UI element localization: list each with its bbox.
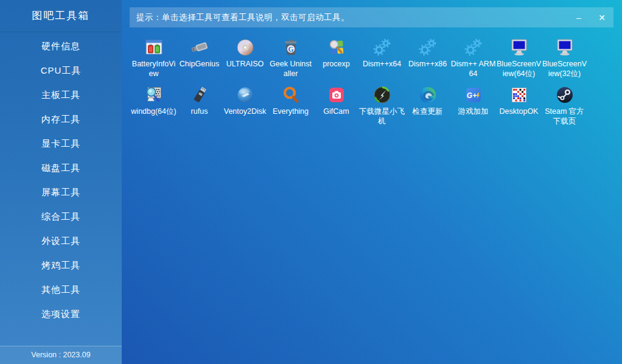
tool-label: rufus bbox=[176, 107, 222, 116]
desktop-grid-icon bbox=[509, 85, 529, 105]
svg-text:G+: G+ bbox=[466, 91, 476, 100]
sidebar-item-memory-tools[interactable]: 内存工具 bbox=[0, 107, 122, 131]
tool-item-bluescreenview-64[interactable]: BlueScreenView(64位) bbox=[496, 38, 542, 79]
battery-window-icon bbox=[144, 38, 164, 57]
tool-label: Dism++x86 bbox=[405, 59, 450, 69]
app-window: 图吧工具箱 硬件信息 CPU工具 主板工具 内存工具 显卡工具 磁盘工具 屏幕工… bbox=[0, 0, 622, 364]
tool-label: Steam 官方下载页 bbox=[542, 107, 587, 126]
sidebar-item-comprehensive-tools[interactable]: 综合工具 bbox=[0, 205, 122, 229]
tool-item-msi-afterburner-download[interactable]: 下载微星小飞机 bbox=[359, 85, 405, 126]
sidebar-item-gpu-tools[interactable]: 显卡工具 bbox=[0, 131, 122, 156]
edge-browser-icon bbox=[418, 85, 438, 105]
tool-item-ventoy2disk[interactable]: Ventoy2Disk bbox=[222, 85, 268, 126]
tool-label: 游戏加加 bbox=[450, 107, 496, 116]
cd-disc-icon bbox=[236, 38, 255, 57]
tool-label: ChipGenius bbox=[176, 59, 222, 69]
sidebar-item-peripheral-tools[interactable]: 外设工具 bbox=[0, 229, 122, 253]
tool-item-dism-arm64[interactable]: Dism++ ARM64 bbox=[450, 38, 496, 79]
sidebar-menu: 硬件信息 CPU工具 主板工具 内存工具 显卡工具 磁盘工具 屏幕工具 综合工具… bbox=[0, 32, 122, 346]
windows-magnifier-icon bbox=[327, 38, 346, 57]
tool-label: Ventoy2Disk bbox=[222, 107, 268, 116]
sidebar-item-motherboard-tools[interactable]: 主板工具 bbox=[0, 83, 122, 107]
tool-item-desktopok[interactable]: DesktopOK bbox=[496, 85, 542, 126]
sidebar-item-other-tools[interactable]: 其他工具 bbox=[0, 278, 122, 302]
sidebar-item-options-settings[interactable]: 选项设置 bbox=[0, 302, 122, 326]
debug-monitor-icon bbox=[144, 85, 164, 105]
tool-item-gamepp[interactable]: G+ 游戏加加 bbox=[450, 85, 496, 126]
pink-camera-icon bbox=[327, 85, 346, 105]
steam-icon bbox=[555, 85, 575, 105]
gears-icon bbox=[372, 38, 392, 57]
sidebar-item-hardware-info[interactable]: 硬件信息 bbox=[0, 34, 122, 58]
version-label: Version : 2023.09 bbox=[0, 346, 122, 364]
window-controls: – ✕ bbox=[567, 7, 613, 27]
tool-label: Dism++x64 bbox=[359, 59, 405, 69]
sidebar: 图吧工具箱 硬件信息 CPU工具 主板工具 内存工具 显卡工具 磁盘工具 屏幕工… bbox=[0, 0, 122, 364]
tool-item-dism-x64[interactable]: Dism++x64 bbox=[359, 38, 405, 79]
tool-label: BatteryInfoView bbox=[131, 59, 176, 79]
tool-item-procexp[interactable]: procexp bbox=[313, 38, 359, 79]
tool-label: GifCam bbox=[313, 107, 359, 116]
jet-plane-icon bbox=[372, 85, 392, 105]
svg-text:G: G bbox=[288, 46, 293, 53]
tool-item-everything[interactable]: Everything bbox=[268, 85, 313, 126]
gears-icon bbox=[464, 38, 483, 57]
trash-can-icon: G bbox=[281, 38, 301, 57]
usb-flash-icon bbox=[190, 38, 209, 57]
tool-label: BlueScreenView(32位) bbox=[542, 59, 587, 79]
sidebar-item-cpu-tools[interactable]: CPU工具 bbox=[0, 58, 122, 83]
tool-label: procexp bbox=[313, 59, 359, 69]
tool-label: BlueScreenView(64位) bbox=[496, 59, 542, 79]
tool-label: 下载微星小飞机 bbox=[359, 107, 405, 126]
gamepp-icon: G+ bbox=[464, 85, 483, 105]
tip-bar: 提示：单击选择工具可查看工具说明，双击可启动工具。 – ✕ bbox=[130, 7, 613, 27]
tool-item-rufus[interactable]: rufus bbox=[176, 85, 222, 126]
tool-item-batteryinfoview[interactable]: BatteryInfoView bbox=[131, 38, 176, 79]
tool-label: 检查更新 bbox=[405, 107, 450, 116]
blue-monitor-icon bbox=[555, 38, 575, 57]
gears-icon bbox=[418, 38, 438, 57]
sidebar-item-screen-tools[interactable]: 屏幕工具 bbox=[0, 180, 122, 205]
orange-magnifier-icon bbox=[281, 85, 301, 105]
tool-label: Dism++ ARM64 bbox=[450, 59, 496, 79]
tool-item-geek-uninstaller[interactable]: G Geek Uninstaller bbox=[268, 38, 313, 79]
tool-label: windbg(64位) bbox=[131, 107, 176, 116]
usb-drive-icon bbox=[190, 85, 209, 105]
tool-item-bluescreenview-32[interactable]: BlueScreenView(32位) bbox=[542, 38, 587, 79]
minimize-button[interactable]: – bbox=[567, 7, 590, 27]
tool-item-ultraiso[interactable]: ULTRAISO bbox=[222, 38, 268, 79]
tool-item-steam-download-page[interactable]: Steam 官方下载页 bbox=[542, 85, 587, 126]
sidebar-item-disk-tools[interactable]: 磁盘工具 bbox=[0, 156, 122, 180]
tool-grid: BatteryInfoView ChipGenius bbox=[131, 38, 622, 126]
tool-item-gifcam[interactable]: GifCam bbox=[313, 85, 359, 126]
tip-text: 提示：单击选择工具可查看工具说明，双击可启动工具。 bbox=[136, 12, 349, 23]
close-button[interactable]: ✕ bbox=[590, 7, 613, 27]
sidebar-item-stress-test-tools[interactable]: 烤鸡工具 bbox=[0, 253, 122, 278]
tool-item-chipgenius[interactable]: ChipGenius bbox=[176, 38, 222, 79]
app-title: 图吧工具箱 bbox=[0, 0, 122, 32]
main-area: 提示：单击选择工具可查看工具说明，双击可启动工具。 – ✕ bbox=[122, 0, 622, 364]
blue-monitor-icon bbox=[509, 38, 529, 57]
tool-item-windbg-64[interactable]: windbg(64位) bbox=[131, 85, 176, 126]
blue-sphere-icon bbox=[236, 85, 255, 105]
tool-item-check-update[interactable]: 检查更新 bbox=[405, 85, 450, 126]
tool-item-dism-x86[interactable]: Dism++x86 bbox=[405, 38, 450, 79]
tool-label: DesktopOK bbox=[496, 107, 542, 116]
tool-label: Geek Uninstaller bbox=[268, 59, 313, 79]
tool-label: Everything bbox=[268, 107, 313, 116]
tool-label: ULTRAISO bbox=[222, 59, 268, 69]
